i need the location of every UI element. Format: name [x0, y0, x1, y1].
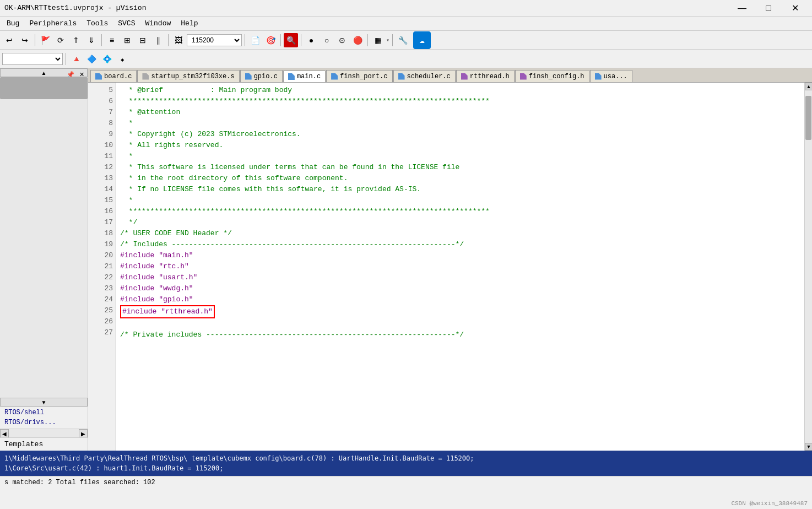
tab-scheduler-c[interactable]: scheduler.c [393, 70, 456, 82]
code-line-6: ****************************************… [120, 96, 800, 107]
toolbar-file-btn[interactable]: 📄 [248, 33, 262, 47]
tab-usa[interactable]: usa... [590, 70, 632, 82]
toolbar-btn-8[interactable]: ∥ [151, 33, 165, 47]
code-line-13: * in the root directory of this software… [120, 173, 800, 184]
editor[interactable]: 5 6 7 8 9 10 11 12 13 14 15 16 17 18 [88, 83, 804, 451]
separator-7 [367, 34, 368, 46]
line-num-17: 17 [88, 217, 113, 228]
minimize-button[interactable]: — [729, 0, 755, 17]
toolbar-1: ↩ ↪ 🚩 ⟳ ⇑ ⇓ ≡ ⊞ ⊟ ∥ 🖼 115200 9600 38400 … [0, 31, 812, 50]
code-line-14: * If no LICENSE file comes with this sof… [120, 184, 800, 195]
toolbar-btn-2[interactable]: ⟳ [53, 33, 68, 47]
tab-finsh-config-h[interactable]: finsh_config.h [515, 70, 589, 82]
separator-5 [280, 34, 281, 46]
code-line-8: * [120, 118, 800, 129]
tab-label-startup: startup_stm32f103xe.s [151, 73, 234, 80]
dropdown-arrow: ▾ [386, 37, 389, 44]
main-area: 📌 ✕ ▲ ▼ RTOS/shell RTOS/drivs... ◀ ▶ Tem… [0, 68, 812, 451]
tab-icon-usa [595, 73, 602, 80]
baud-rate-dropdown[interactable]: 115200 9600 38400 57600 [187, 34, 242, 46]
toolbar-btn-5[interactable]: ≡ [105, 33, 119, 47]
menu-help[interactable]: Help [176, 18, 202, 29]
code-area[interactable]: * @brief : Main program body ***********… [116, 83, 804, 451]
separator-1 [35, 34, 35, 46]
toolbar-btn-7[interactable]: ⊟ [136, 33, 150, 47]
code-line-19: /* Includes ----------------------------… [120, 239, 800, 250]
tab-finsh-port-c[interactable]: finsh_port.c [326, 70, 392, 82]
sidebar-scroll-thumb[interactable] [0, 77, 88, 99]
menu-window[interactable]: Window [140, 18, 175, 29]
code-line-25: #include "rtthread.h" [120, 305, 800, 318]
toolbar2-btn-2[interactable]: 🔷 [84, 52, 99, 66]
line-num-10: 10 [88, 140, 113, 151]
tab-main-c[interactable]: main.c [283, 71, 326, 83]
line-num-19: 19 [88, 239, 113, 250]
line-num-22: 22 [88, 272, 113, 283]
vscroll-down-button[interactable]: ▼ [805, 443, 812, 451]
status-line-1: 1\Middlewares\Third Party\RealThread RTO… [4, 453, 808, 463]
tab-rtthread-h[interactable]: rtthread.h [456, 70, 515, 82]
code-line-24: #include "gpio.h" [120, 294, 800, 305]
separator-6 [301, 34, 301, 46]
code-line-7: * @attention [120, 107, 800, 118]
toolbar-target-btn[interactable]: 🎯 [263, 33, 278, 47]
vscroll-thumb[interactable] [805, 96, 811, 140]
maximize-button[interactable]: □ [756, 0, 781, 17]
sidebar-items: RTOS/shell RTOS/drivs... [0, 407, 88, 429]
tab-gpio-c[interactable]: gpio.c [240, 70, 283, 82]
code-line-12: * This software is licensed under terms … [120, 162, 800, 173]
tab-icon-startup [142, 73, 149, 80]
status-line-2: 1\Core\Src\usart.c(42) : huart1.Init.Bau… [4, 463, 808, 473]
toolbar-forward-btn[interactable]: ↪ [18, 33, 32, 47]
sidebar-scroll-down[interactable]: ▼ [0, 398, 88, 407]
menu-svcs[interactable]: SVCS [113, 18, 139, 29]
toolbar-btn-3[interactable]: ⇑ [69, 33, 83, 47]
code-line-10: * All rights reserved. [120, 140, 800, 151]
editor-panel: board.c startup_stm32f103xe.s gpio.c mai… [88, 68, 812, 451]
tab-startup[interactable]: startup_stm32f103xe.s [137, 70, 239, 82]
toolbar-image-btn[interactable]: 🖼 [171, 33, 186, 47]
line-num-11: 11 [88, 151, 113, 162]
menu-bug[interactable]: Bug [2, 18, 24, 29]
menu-tools[interactable]: Tools [82, 18, 112, 29]
vscroll-up-button[interactable]: ▲ [805, 83, 812, 90]
close-button[interactable]: ✕ [782, 0, 808, 17]
toolbar-btn-6[interactable]: ⊞ [120, 33, 134, 47]
toolbar-search-btn[interactable]: 🔍 [284, 33, 298, 47]
toolbar-grid-btn[interactable]: ▦ [371, 33, 385, 47]
sidebar-item-rtos-shell[interactable]: RTOS/shell [2, 408, 85, 418]
sidebar-templates[interactable]: Templates [0, 437, 88, 451]
code-line-11: * [120, 151, 800, 162]
toolbar-record-btn[interactable]: ● [304, 33, 318, 47]
sidebar-item-rtos-drivers[interactable]: RTOS/drivs... [2, 418, 85, 427]
toolbar2-btn-1[interactable]: 🔺 [69, 52, 83, 66]
code-line-21: #include "rtc.h" [120, 261, 800, 272]
code-line-17: */ [120, 217, 800, 228]
sidebar-horiz-left[interactable]: ◀ [0, 429, 9, 438]
toolbar2-select[interactable] [2, 53, 63, 65]
tab-label-finsh-config-h: finsh_config.h [529, 73, 584, 80]
sidebar-horiz-right[interactable]: ▶ [79, 429, 88, 438]
baud-rate-select[interactable]: 115200 9600 38400 57600 [187, 34, 242, 46]
cloud-icon[interactable]: ☁ [413, 31, 431, 49]
toolbar-img2-btn[interactable]: 🔴 [350, 33, 365, 47]
tab-icon-rtthread-h [461, 73, 468, 80]
toolbar-settings-btn[interactable]: 🔧 [396, 33, 410, 47]
toolbar2-btn-4[interactable]: ⬥ [115, 52, 129, 66]
toolbar2-btn-3[interactable]: 💠 [100, 52, 114, 66]
line-num-18: 18 [88, 228, 113, 239]
bottom-line-1: s matched: 2 Total files searched: 102 [4, 479, 808, 486]
highlighted-include: #include "rtthread.h" [120, 305, 215, 318]
separator-8 [392, 34, 393, 46]
tab-board-c[interactable]: board.c [90, 70, 137, 82]
line-num-5: 5 [88, 85, 113, 96]
toolbar-link-btn[interactable]: ⊙ [335, 33, 349, 47]
tab-bar: board.c startup_stm32f103xe.s gpio.c mai… [88, 68, 812, 83]
toolbar-circle-btn[interactable]: ○ [320, 33, 334, 47]
code-line-26 [120, 318, 800, 329]
toolbar-btn-4[interactable]: ⇓ [84, 33, 99, 47]
toolbar-btn-1[interactable]: 🚩 [38, 33, 52, 47]
separator-t2 [66, 53, 66, 65]
toolbar-back-btn[interactable]: ↩ [2, 33, 17, 47]
menu-peripherals[interactable]: Peripherals [25, 18, 81, 29]
